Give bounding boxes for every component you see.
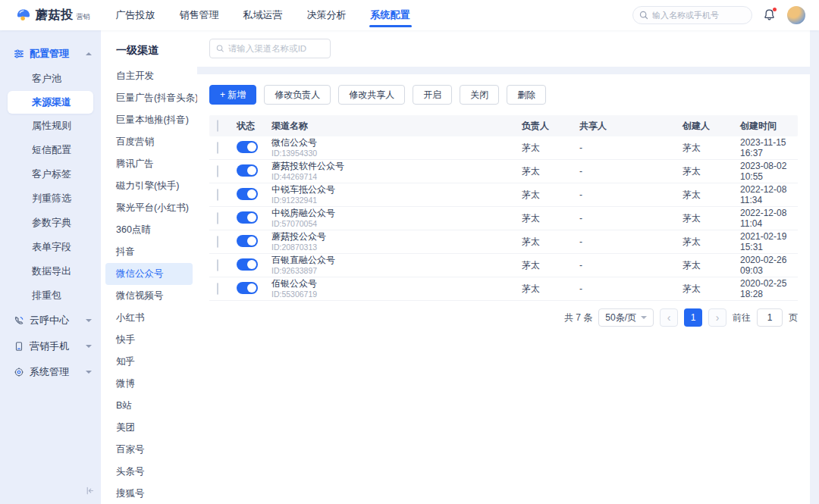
row-checkbox[interactable]: [217, 212, 218, 224]
row-checkbox[interactable]: [217, 189, 218, 201]
status-toggle[interactable]: [237, 164, 258, 177]
channel-id: ID:20870313: [271, 243, 522, 252]
created-time-cell: 2022-12-08 11:34: [740, 184, 798, 205]
row-checkbox[interactable]: [217, 283, 218, 295]
phone-icon: [14, 315, 24, 326]
sidebar-collapse-icon[interactable]: [85, 486, 95, 498]
channel-item[interactable]: 自主开发: [101, 65, 197, 87]
channel-item[interactable]: 磁力引擎(快手): [101, 175, 197, 197]
page-unit-label: 页: [789, 311, 798, 324]
page-size-select[interactable]: 50条/页: [598, 308, 654, 327]
channel-name: 蘑菇投软件公众号: [271, 161, 522, 172]
sidebar-group-label: 营销手机: [30, 340, 69, 353]
toolbar-button[interactable]: + 新增: [209, 85, 256, 105]
chevron-down-icon: [86, 371, 92, 374]
user-avatar[interactable]: [787, 6, 805, 24]
prev-page-button[interactable]: ‹: [660, 308, 678, 327]
channel-item[interactable]: 巨量广告(抖音头条): [101, 87, 197, 109]
channel-item[interactable]: 百家号: [101, 439, 197, 461]
sidebar-item[interactable]: 数据导出: [0, 259, 101, 283]
chevron-down-icon: [86, 345, 92, 348]
toolbar-button[interactable]: 开启: [413, 85, 452, 105]
topbar-right: [632, 6, 819, 24]
channel-item[interactable]: 快手: [101, 329, 197, 351]
goto-label: 前往: [733, 311, 751, 324]
global-search-input[interactable]: [652, 11, 745, 20]
channel-item[interactable]: 360点睛: [101, 219, 197, 241]
sidebar-group-config[interactable]: 配置管理: [0, 41, 101, 67]
next-page-button[interactable]: ›: [708, 308, 726, 327]
status-toggle[interactable]: [237, 211, 258, 224]
channel-item[interactable]: 头条号: [101, 461, 197, 483]
channel-item[interactable]: 抖音: [101, 241, 197, 263]
toolbar-button[interactable]: 修改负责人: [264, 85, 331, 105]
notification-badge: [773, 8, 777, 11]
nav-tab[interactable]: 系统配置: [359, 0, 422, 30]
global-search[interactable]: [632, 6, 752, 24]
app-subtitle: 营销: [77, 12, 90, 22]
row-checkbox[interactable]: [217, 142, 218, 154]
creator-cell: 茅太: [682, 212, 740, 225]
channel-item[interactable]: 腾讯广告: [101, 153, 197, 175]
status-toggle[interactable]: [237, 282, 258, 294]
sidebar-group-marketing-phone[interactable]: 营销手机: [0, 333, 101, 359]
sidebar-item[interactable]: 排重包: [0, 283, 101, 308]
channel-search-input[interactable]: [228, 44, 324, 53]
sidebar-item[interactable]: 判重筛选: [0, 186, 101, 211]
sidebar-item[interactable]: 客户标签: [0, 162, 101, 186]
current-page-button[interactable]: 1: [684, 308, 702, 327]
channel-item[interactable]: 微信视频号: [101, 285, 197, 307]
channel-item[interactable]: 聚光平台(小红书): [101, 197, 197, 219]
nav-tab[interactable]: 私域运营: [231, 0, 295, 30]
channel-item[interactable]: 美团: [101, 417, 197, 439]
goto-page-input[interactable]: [757, 308, 783, 327]
status-toggle[interactable]: [237, 188, 258, 200]
status-toggle[interactable]: [237, 141, 258, 153]
row-checkbox[interactable]: [217, 236, 218, 248]
column-header: 共享人: [579, 120, 682, 133]
status-toggle[interactable]: [237, 235, 258, 247]
channel-item[interactable]: 搜狐号: [101, 483, 197, 504]
top-bar: 蘑菇投 营销 广告投放销售管理私域运营决策分析系统配置: [0, 0, 819, 30]
nav-tab[interactable]: 决策分析: [295, 0, 359, 30]
channel-id: ID:44269714: [271, 172, 522, 182]
toolbar-button[interactable]: 删除: [507, 85, 546, 105]
table-row: 佰银公众号 ID:55306719 茅太 - 茅太 2020-02-25 18:…: [209, 277, 798, 301]
channel-item[interactable]: 知乎: [101, 351, 197, 373]
sidebar-group-callcenter[interactable]: 云呼中心: [0, 308, 101, 333]
channel-item[interactable]: B站: [101, 395, 197, 417]
channel-item[interactable]: 巨量本地推(抖音): [101, 109, 197, 131]
sidebar-config-items: 客户池来源渠道属性规则短信配置客户标签判重筛选参数字典表单字段数据导出排重包: [0, 67, 101, 308]
channel-item[interactable]: 微博: [101, 373, 197, 395]
app-title: 蘑菇投: [36, 8, 74, 23]
sidebar-item[interactable]: 参数字典: [0, 211, 101, 235]
toolbar-button[interactable]: 修改共享人: [338, 85, 405, 105]
sidebar-item[interactable]: 属性规则: [0, 114, 101, 138]
toolbar-button[interactable]: 关闭: [460, 85, 499, 105]
sidebar-group-label: 配置管理: [30, 47, 69, 61]
table-row: 中锐房融公众号 ID:57070054 茅太 - 茅太 2022-12-08 1…: [209, 207, 798, 230]
sidebar-group-system[interactable]: 系统管理: [0, 359, 101, 385]
creator-cell: 茅太: [682, 236, 740, 249]
table-row: 蘑菇投公众号 ID:20870313 茅太 - 茅太 2021-02-19 15…: [209, 230, 798, 254]
row-checkbox[interactable]: [217, 259, 218, 271]
select-all-checkbox[interactable]: [217, 120, 218, 132]
row-checkbox[interactable]: [217, 165, 218, 177]
channel-search[interactable]: [209, 39, 331, 58]
status-toggle[interactable]: [237, 258, 258, 271]
nav-tab[interactable]: 广告投放: [104, 0, 168, 30]
sidebar-item[interactable]: 表单字段: [0, 235, 101, 259]
content-panel: + 新增修改负责人修改共享人开启关闭删除 状态 渠道名称 负责人 共享人 创建人…: [197, 74, 810, 504]
channel-item[interactable]: 微信公众号: [105, 263, 193, 285]
channel-name: 中锐车抵公众号: [271, 184, 522, 196]
sidebar-item[interactable]: 来源渠道: [8, 91, 93, 114]
channel-name: 佰银公众号: [271, 278, 522, 290]
channel-id: ID:13954330: [271, 149, 522, 158]
sidebar-item[interactable]: 客户池: [0, 67, 101, 91]
nav-tab[interactable]: 销售管理: [168, 0, 231, 30]
channel-item[interactable]: 小红书: [101, 307, 197, 329]
channel-item[interactable]: 百度营销: [101, 131, 197, 153]
channel-id: ID:92633897: [271, 266, 522, 276]
sidebar-item[interactable]: 短信配置: [0, 138, 101, 162]
notification-bell-icon[interactable]: [763, 8, 777, 22]
